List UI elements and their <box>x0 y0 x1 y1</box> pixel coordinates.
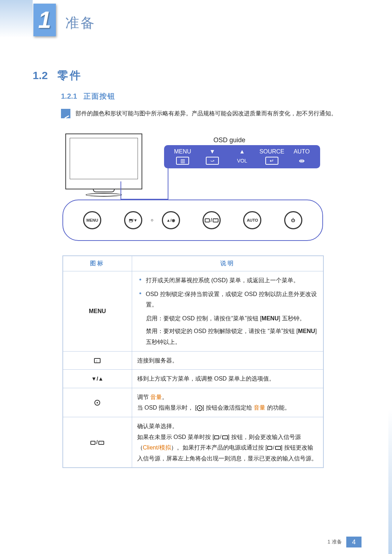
osd-auto-label: AUTO <box>294 148 310 156</box>
monitor-base <box>86 193 122 197</box>
osd-guide-label: OSD guide <box>213 136 245 144</box>
row-menu-icon: MENU <box>63 271 132 352</box>
base-updown-button: ⬒/▼ <box>124 211 142 229</box>
row-source-desc: 确认菜单选择。 如果在未显示 OSD 菜单时按 [/] 按钮，则会更改输入信号源… <box>132 417 323 468</box>
base-center-group: ⬒/▼ ▲/◉ <box>124 211 180 229</box>
subsection-number: 1.2.1 <box>61 92 77 100</box>
osd-down-label: ▼ <box>209 148 215 156</box>
osd-up-label: ▲ <box>239 148 245 156</box>
menu-disable-line: 禁用：要对锁定的 OSD 控制解除锁定，请按住 “菜单”按钮 [MENU] 五秒… <box>137 326 318 347</box>
subsection-heading: 1.2.1 正面按钮 <box>61 91 115 101</box>
source-icon-inline-2: / <box>267 443 281 453</box>
note-text: 部件的颜色和形状可能与图中所示略有差异。产品规格可能会因改进质量而有所变化，恕不… <box>75 109 337 118</box>
th-icon: 图标 <box>63 256 132 271</box>
footer-chapter-label: 1 准备 <box>327 539 342 545</box>
osd-col-auto: AUTO ⇼ <box>287 147 317 167</box>
menu-enable-line: 启用：要锁定 OSD 控制，请按住“菜单”按钮 [MENU] 五秒钟。 <box>137 313 318 324</box>
osd-col-menu: MENU ▥ <box>168 147 197 167</box>
osd-vol-label: VOL <box>237 156 247 166</box>
monitor-stand <box>93 189 115 192</box>
base-source-button: / <box>203 211 221 229</box>
osd-panel: MENU ▥ ▼ ⤻ ▲ VOL SOURCE ↵ AUTO ⇼ <box>164 145 320 168</box>
footer-page-number: 4 <box>346 537 362 547</box>
volume-icon-inline <box>197 405 203 411</box>
base-auto-button: AUTO <box>243 211 261 229</box>
osd-connect-icon: ⤻ <box>206 157 219 165</box>
row-volume-icon <box>63 388 132 417</box>
base-vol-button: ▲/◉ <box>162 211 180 229</box>
section-heading: 1.2 零件 <box>33 68 82 83</box>
note-icon <box>61 109 70 118</box>
connector-line-1 <box>121 181 168 200</box>
osd-col-down: ▼ ⤻ <box>197 147 227 167</box>
osd-menu-label: MENU <box>174 148 191 156</box>
osd-col-up: ▲ VOL <box>227 147 257 167</box>
chapter-title: 准备 <box>65 14 96 32</box>
osd-source-label: SOURCE <box>260 148 284 156</box>
menu-bullet-1: 打开或关闭屏幕视控系统 (OSD) 菜单，或返回上一个菜单。 <box>137 275 318 286</box>
osd-col-source: SOURCE ↵ <box>257 147 287 167</box>
front-buttons-diagram: OSD guide MENU ▥ ▼ ⤻ ▲ VOL SOURCE ↵ AUTO… <box>62 132 324 245</box>
page-footer: 1 准备 4 <box>327 537 362 547</box>
source-icon-inline-1: / <box>214 432 228 442</box>
connector-line-2 <box>168 168 168 200</box>
chapter-badge: 1 <box>33 4 56 36</box>
monitor-screen <box>70 138 138 179</box>
row-arrows-icon: ▼/▲ <box>63 370 132 388</box>
base-button-panel: MENU ⬒/▼ ▲/◉ / AUTO ⏻ <box>62 200 323 241</box>
osd-auto-icon: ⇼ <box>299 156 305 165</box>
note-block: 部件的颜色和形状可能与图中所示略有差异。产品规格可能会因改进质量而有所变化，恕不… <box>61 109 352 118</box>
menu-bullet-2: OSD 控制锁定:保持当前设置，或锁定 OSD 控制以防止意外更改设置。 <box>137 289 318 310</box>
base-menu-button: MENU <box>83 211 101 229</box>
row-arrows-desc: 移到上方或下方菜单，或调整 OSD 菜单上的选项值。 <box>132 370 323 388</box>
row-connect-desc: 连接到服务器。 <box>132 351 323 370</box>
source-icon: / <box>90 438 104 447</box>
connect-icon <box>94 358 101 363</box>
chapter-number: 1 <box>38 7 51 33</box>
osd-menu-icon: ▥ <box>176 157 189 165</box>
subsection-title: 正面按钮 <box>83 91 115 101</box>
row-volume-desc: 调节 音量。 当 OSD 指南显示时， [] 按钮会激活指定给 音量 的功能。 <box>132 388 323 417</box>
top-gradient <box>0 0 33 47</box>
section-number: 1.2 <box>33 69 48 82</box>
side-gradient <box>388 373 392 554</box>
monitor-outline <box>65 134 142 189</box>
row-source-icon: / <box>63 417 132 468</box>
base-led-indicator <box>151 219 153 221</box>
volume-icon <box>94 400 100 406</box>
base-power-button: ⏻ <box>284 211 302 229</box>
buttons-table: 图标 说明 MENU 打开或关闭屏幕视控系统 (OSD) 菜单，或返回上一个菜单… <box>62 255 324 468</box>
section-title: 零件 <box>57 68 82 83</box>
row-connect-icon <box>63 351 132 370</box>
row-menu-desc: 打开或关闭屏幕视控系统 (OSD) 菜单，或返回上一个菜单。 OSD 控制锁定:… <box>132 271 323 352</box>
th-desc: 说明 <box>132 256 323 271</box>
osd-source-icon: ↵ <box>265 157 278 165</box>
